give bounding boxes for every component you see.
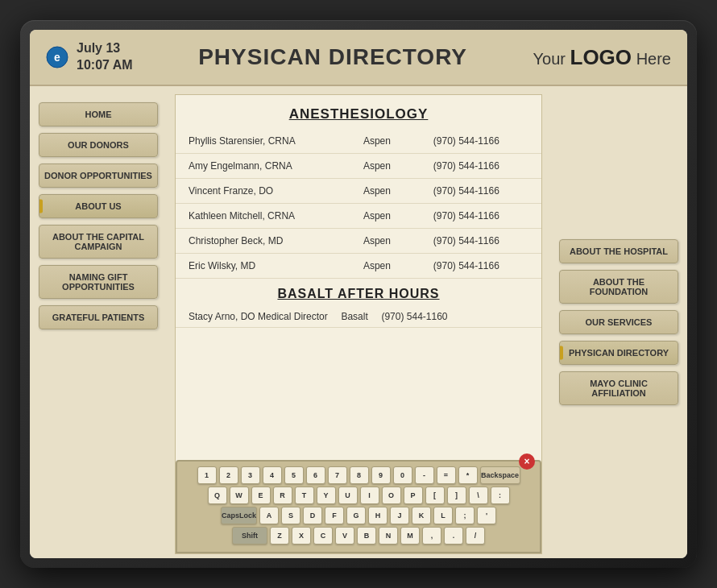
logo-bold: LOGO <box>570 45 632 69</box>
sidebar-item-donor-opportunities[interactable]: DONOR OPPORTUNITIES <box>39 164 158 188</box>
page-title: PHYSICAN DIRECTORY <box>198 44 467 70</box>
physician-location: Aspen <box>350 229 421 254</box>
key-c[interactable]: C <box>313 527 333 545</box>
keyboard-row-qwerty: Q W E R T Y U I O P [ ] \ <box>182 487 535 504</box>
physician-location: Aspen <box>350 154 421 179</box>
key-comma[interactable]: , <box>422 527 441 545</box>
key-period[interactable]: . <box>444 527 463 545</box>
key-x[interactable]: X <box>292 527 311 545</box>
key-s[interactable]: S <box>281 507 300 524</box>
keyboard-row-numbers: 1 2 3 4 5 6 7 8 9 0 - = * <box>182 466 535 484</box>
key-e[interactable]: E <box>251 487 271 504</box>
sidebar-item-about-foundation[interactable]: ABOUT THE FOUNDATION <box>559 270 678 304</box>
key-quote[interactable]: ' <box>477 507 496 524</box>
key-g[interactable]: G <box>346 507 366 524</box>
key-a[interactable]: A <box>259 507 279 524</box>
logo-here: Here <box>632 50 671 68</box>
key-semicolon[interactable]: ; <box>455 507 475 524</box>
sidebar-item-mayo-clinic[interactable]: MAYO CLINIC AFFILIATION <box>559 371 678 405</box>
physician-name: Vincent Franze, DO <box>176 179 350 204</box>
key-w[interactable]: W <box>230 487 249 504</box>
sidebar-item-our-services[interactable]: OUR SERVICES <box>559 310 678 334</box>
partial-row: Stacy Arno, DO Medical Director Basalt (… <box>176 306 541 328</box>
key-colon[interactable]: : <box>491 487 510 504</box>
key-7[interactable]: 7 <box>328 466 347 484</box>
key-backspace[interactable]: Backspace <box>480 466 520 484</box>
key-j[interactable]: J <box>390 507 409 524</box>
active-indicator <box>39 200 43 213</box>
key-r[interactable]: R <box>273 487 292 504</box>
sidebar-item-home[interactable]: HOME <box>39 102 158 126</box>
key-asterisk[interactable]: * <box>458 466 478 484</box>
logo-your: Your <box>533 50 570 68</box>
key-i[interactable]: I <box>360 487 379 504</box>
partial-location: Basalt <box>341 311 367 322</box>
key-5[interactable]: 5 <box>284 466 304 484</box>
physician-name: Phyllis Starensier, CRNA <box>176 129 350 154</box>
key-l[interactable]: L <box>433 507 453 524</box>
sidebar-item-physican-directory[interactable]: PHYSICAN DIRECTORY <box>559 341 678 365</box>
key-4[interactable]: 4 <box>263 466 282 484</box>
physician-location: Aspen <box>350 204 421 229</box>
key-b[interactable]: B <box>357 527 376 545</box>
table-row: Amy Engelmann, CRNA Aspen (970) 544-1166 <box>176 154 541 179</box>
physician-name: Christopher Beck, MD <box>176 229 350 254</box>
screen: e July 13 10:07 AM PHYSICAN DIRECTORY Yo… <box>30 30 687 558</box>
key-capslock[interactable]: CapsLock <box>221 507 257 524</box>
sidebar-item-naming-gift[interactable]: NAMING GIFT OPPORTUNITIES <box>39 265 158 299</box>
key-9[interactable]: 9 <box>371 466 391 484</box>
table-row: Vincent Franze, DO Aspen (970) 544-1166 <box>176 179 541 204</box>
key-o[interactable]: O <box>382 487 401 504</box>
keyboard-close-button[interactable]: × <box>519 453 535 470</box>
keyboard-overlay: × 1 2 3 4 5 6 7 8 9 0 <box>176 460 541 553</box>
key-v[interactable]: V <box>335 527 354 545</box>
key-6[interactable]: 6 <box>306 466 325 484</box>
key-3[interactable]: 3 <box>241 466 260 484</box>
key-backslash[interactable]: \ <box>469 487 488 504</box>
table-row: Phyllis Starensier, CRNA Aspen (970) 544… <box>176 129 541 154</box>
time-display: 10:07 AM <box>77 57 133 74</box>
key-8[interactable]: 8 <box>350 466 369 484</box>
physician-phone: (970) 544-1166 <box>421 154 541 179</box>
main-content: HOME OUR DONORS DONOR OPPORTUNITIES ABOU… <box>30 86 687 558</box>
section2-title: BASALT AFTER HOURS <box>176 279 541 306</box>
key-f[interactable]: F <box>325 507 344 524</box>
key-lbracket[interactable]: [ <box>425 487 445 504</box>
key-rbracket[interactable]: ] <box>447 487 466 504</box>
hospital-logo: Your LOGO Here <box>533 45 671 70</box>
sidebar-item-about-us[interactable]: ABOUT US <box>39 194 158 218</box>
monitor: e July 13 10:07 AM PHYSICAN DIRECTORY Yo… <box>20 20 697 568</box>
directory-table: Phyllis Starensier, CRNA Aspen (970) 544… <box>176 129 541 279</box>
sidebar-item-about-hospital[interactable]: ABOUT THE HOSPITAL <box>559 239 678 263</box>
key-y[interactable]: Y <box>317 487 336 504</box>
section1-title: ANESTHESIOLOGY <box>176 95 541 129</box>
key-h[interactable]: H <box>368 507 388 524</box>
physician-name: Kathleen Mitchell, CRNA <box>176 204 350 229</box>
key-z[interactable]: Z <box>270 527 289 545</box>
sidebar-item-our-donors[interactable]: OUR DONORS <box>39 133 158 157</box>
key-slash[interactable]: / <box>466 527 485 545</box>
header-left: e July 13 10:07 AM <box>46 40 133 74</box>
sidebar-left: HOME OUR DONORS DONOR OPPORTUNITIES ABOU… <box>30 86 167 558</box>
physician-phone: (970) 544-1166 <box>421 204 541 229</box>
key-q[interactable]: Q <box>208 487 227 504</box>
key-0[interactable]: 0 <box>393 466 412 484</box>
key-d[interactable]: D <box>303 507 322 524</box>
key-k[interactable]: K <box>412 507 431 524</box>
key-u[interactable]: U <box>338 487 358 504</box>
key-n[interactable]: N <box>379 527 398 545</box>
key-shift[interactable]: Shift <box>232 527 267 545</box>
key-p[interactable]: P <box>404 487 423 504</box>
center-content: ANESTHESIOLOGY Phyllis Starensier, CRNA … <box>167 86 550 558</box>
key-2[interactable]: 2 <box>219 466 238 484</box>
sidebar-item-capital-campaign[interactable]: ABOUT THE CAPITAL CAMPAIGN <box>39 225 158 259</box>
key-1[interactable]: 1 <box>197 466 217 484</box>
physician-location: Aspen <box>350 254 421 279</box>
key-m[interactable]: M <box>400 527 420 545</box>
sidebar-item-grateful-patients[interactable]: GRATEFUL PATIENTS <box>39 305 158 329</box>
active-indicator-right <box>560 346 563 360</box>
keyboard-row-asdf: CapsLock A S D F G H J K L ; ' <box>182 507 535 524</box>
key-minus[interactable]: - <box>415 466 434 484</box>
key-equals[interactable]: = <box>437 466 456 484</box>
key-t[interactable]: T <box>295 487 314 504</box>
